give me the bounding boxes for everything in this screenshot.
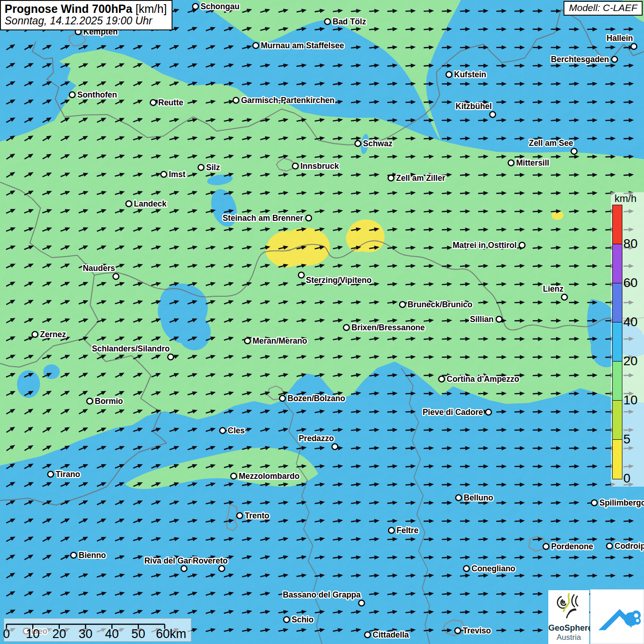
model-label: Modell: C-LAEF [564,1,643,16]
mountain-cloud-logo-icon [591,590,644,644]
scale-tick-0: 0 [3,627,10,641]
legend-value-20: 20 [623,354,638,368]
city-dot [455,628,461,634]
city-label: Matrei in Osttirol [453,241,517,250]
geosphere-logo-text: GeoSphere [548,623,589,633]
city-marker: Meran/Merano [245,336,307,345]
geosphere-logo-subtext: Austria [548,633,589,642]
city-marker: Zell am Ziller [388,173,445,183]
city-dot [32,332,38,338]
legend-segment-5-10 [613,401,622,440]
city-dot [233,98,239,104]
city-label: Kitzbühel [455,102,492,111]
city-dot [181,566,187,572]
city-label: Zell am See [529,138,574,148]
city-dot [486,409,492,415]
city-dot [543,544,549,550]
legend-segment->80 [613,205,622,244]
city-marker: Cortina d'Ampezzo [439,374,519,384]
city-dot [280,396,286,402]
city-marker: Matrei in Osttirol [453,241,525,250]
city-label: Imst [169,170,185,179]
legend-value-0: 0 [623,471,631,486]
city-label: Silz [206,163,220,172]
city-marker: Conegliano [464,564,516,573]
city-label: Tirano [56,470,80,479]
city-marker: Brixen/Bressanone [344,323,425,332]
city-label: Mittersill [516,158,549,167]
geosphere-logo-icon [548,590,589,623]
city-dot [490,112,496,118]
city-label: Berchtesgaden [551,55,609,64]
city-marker: Murnau am Staffelsee [253,41,344,50]
city-label: Pordenone [551,542,593,551]
legend-segment-10-20 [613,362,622,401]
city-dot [464,566,470,572]
city-label: Cortina d'Ampezzo [447,374,519,384]
map-title-box: Prognose Wind 700hPa [km/h] Sonntag, 14.… [0,0,172,30]
scale-tick-20: 20 [52,627,66,641]
city-label: Bozen/Bolzano [288,394,345,403]
city-label: Bienno [79,551,106,560]
city-label: Spilimbergo [599,498,644,507]
city-dot [612,57,618,63]
city-marker: Berchtesgaden [551,55,618,64]
city-label: Trento [245,511,269,520]
city-label: Pieve di Cadore [423,408,483,417]
mountain-cloud-logo [590,589,644,644]
city-dot [219,566,225,572]
city-label: Cittadella [373,630,409,639]
city-label: Garmisch-Partenkirchen [241,96,334,105]
city-label: Steinach am Brenner [223,213,303,223]
map-title: Prognose Wind 700hPa [km/h] [5,2,167,15]
city-dot [508,160,514,166]
city-dot [496,316,502,322]
city-dot [332,444,338,450]
city-dot [439,376,445,382]
city-marker: Imst [161,170,185,179]
city-dot [299,272,305,278]
legend-segment-60-80 [613,244,622,283]
legend-value-80: 80 [623,236,638,251]
city-label: Predazzo [299,434,334,443]
city-label: Schwaz [363,139,392,148]
legend-color-bar [612,205,622,479]
city-dot [168,354,174,360]
city-dot [198,165,204,171]
city-dot [284,617,290,623]
city-dot [446,72,452,78]
city-dot [519,242,525,248]
city-dot [400,302,406,308]
city-label: Kufstein [454,70,486,79]
map-subtitle-datetime: Sonntag, 14.12.2025 19:00 Uhr [5,15,167,27]
city-dot [306,215,312,221]
city-dot [388,175,394,181]
city-dot [193,4,199,10]
city-dot [245,338,251,344]
city-dot [126,201,132,207]
city-marker: Bozen/Bolzano [280,394,345,403]
city-label: Bad Tölz [333,17,366,26]
city-dot [231,473,237,479]
city-label: Mezzolombardo [239,472,299,481]
city-dot [48,472,54,477]
legend-unit-label: km/h [615,193,637,205]
wind-forecast-map: SchongauBad TölzKemptenMurnau am Staffel… [0,0,644,644]
city-label: Schongau [201,2,240,11]
city-dot [607,543,613,549]
legend-value-60: 60 [623,276,638,290]
scale-tick-60km: 60km [156,627,186,641]
city-dot [359,600,365,606]
city-dot [113,274,119,280]
city-label: Lienz [543,284,564,293]
legend-value-10: 10 [623,393,638,408]
scale-tick-10: 10 [26,627,40,641]
city-label: Brixen/Bressanone [351,323,425,332]
city-label: Nauders [83,264,115,273]
city-label: Sillian [470,315,494,324]
legend-segment-40-60 [613,283,622,322]
city-label: Zell am Ziller [396,173,445,183]
city-dot [325,19,331,25]
scale-tick-50: 50 [132,627,145,641]
city-marker: Pieve di Cadore [423,408,492,417]
